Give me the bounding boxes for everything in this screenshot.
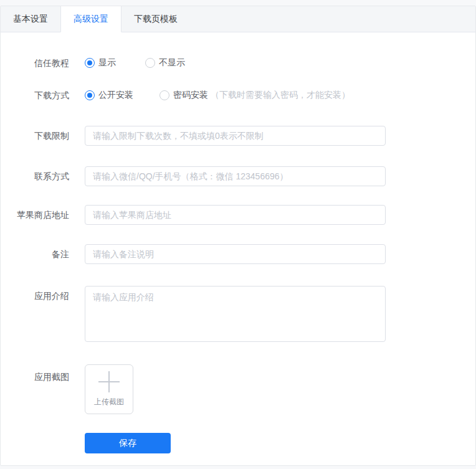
form-row-app-intro: 应用介绍 xyxy=(1,286,475,344)
radio-password-install-label: 密码安装 xyxy=(173,90,208,101)
form-row-appstore-url: 苹果商店地址 xyxy=(1,205,475,225)
form-row-contact: 联系方式 xyxy=(1,166,475,186)
contact-label: 联系方式 xyxy=(1,171,69,181)
radio-public-install[interactable]: 公开安装 xyxy=(85,90,133,101)
form-row-download-method: 下载方式 公开安装 密码安装 （下载时需要输入密码，才能安装） xyxy=(1,90,475,101)
upload-screenshot-text: 上传截图 xyxy=(94,397,124,407)
tab-advanced-settings[interactable]: 高级设置 xyxy=(60,6,121,32)
radio-hide-label: 不显示 xyxy=(159,57,185,69)
download-method-radio-group: 公开安装 密码安装 （下载时需要输入密码，才能安装） xyxy=(85,90,350,101)
download-method-label: 下载方式 xyxy=(1,90,69,100)
advanced-settings-form: 信任教程 显示 不显示 下载方式 公开安装 xyxy=(1,32,475,453)
plus-icon xyxy=(98,371,120,392)
tab-bar: 基本设置 高级设置 下载页模板 xyxy=(1,6,475,32)
form-row-trust-tutorial: 信任教程 显示 不显示 xyxy=(1,57,475,69)
radio-unselected-icon xyxy=(145,58,155,68)
trust-tutorial-radio-group: 显示 不显示 xyxy=(85,57,185,69)
radio-show-label: 显示 xyxy=(98,57,116,69)
radio-unselected-icon xyxy=(159,90,169,100)
app-screenshot-label: 应用截图 xyxy=(1,364,69,382)
radio-selected-icon xyxy=(85,90,95,100)
remark-input[interactable] xyxy=(85,244,386,264)
settings-card: 基本设置 高级设置 下载页模板 信任教程 显示 不显示 下载方式 xyxy=(0,6,476,466)
radio-selected-icon xyxy=(85,58,95,68)
save-button[interactable]: 保存 xyxy=(85,433,171,453)
app-intro-textarea[interactable] xyxy=(85,286,386,342)
trust-tutorial-label: 信任教程 xyxy=(1,58,69,68)
radio-show[interactable]: 显示 xyxy=(85,57,116,69)
app-intro-label: 应用介绍 xyxy=(1,286,69,301)
form-row-download-limit: 下载限制 xyxy=(1,126,475,146)
radio-public-install-label: 公开安装 xyxy=(98,90,133,101)
password-install-hint: （下载时需要输入密码，才能安装） xyxy=(211,90,350,101)
remark-label: 备注 xyxy=(1,249,69,259)
tab-download-page-template[interactable]: 下载页模板 xyxy=(121,6,190,32)
form-row-app-screenshot: 应用截图 上传截图 xyxy=(1,364,475,414)
form-row-remark: 备注 xyxy=(1,244,475,264)
radio-hide[interactable]: 不显示 xyxy=(145,57,185,69)
download-limit-label: 下载限制 xyxy=(1,131,69,141)
download-limit-input[interactable] xyxy=(85,126,386,146)
radio-password-install[interactable]: 密码安装 （下载时需要输入密码，才能安装） xyxy=(159,90,350,101)
tab-basic-settings[interactable]: 基本设置 xyxy=(1,6,60,32)
contact-input[interactable] xyxy=(85,166,386,186)
tab-bar-filler xyxy=(190,6,475,32)
appstore-url-input[interactable] xyxy=(85,205,386,225)
appstore-url-label: 苹果商店地址 xyxy=(1,210,69,220)
upload-screenshot-button[interactable]: 上传截图 xyxy=(85,364,133,414)
